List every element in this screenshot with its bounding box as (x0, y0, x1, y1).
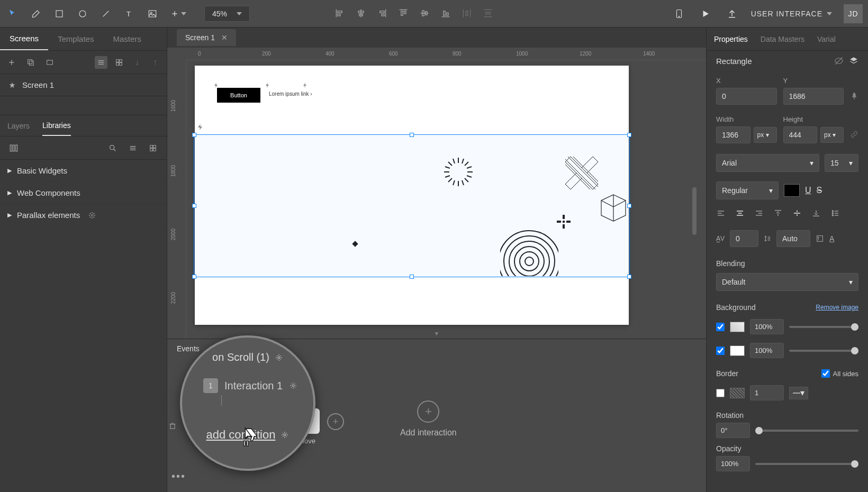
opacity-slider[interactable] (755, 463, 858, 465)
duplicate-icon[interactable] (24, 56, 37, 69)
pointer-tool[interactable] (5, 6, 20, 21)
rect-tool[interactable] (52, 6, 67, 21)
text-box-icon[interactable] (816, 234, 824, 243)
blend-mode-select[interactable]: Default▾ (716, 273, 858, 291)
vertical-scrollbar[interactable] (692, 187, 697, 235)
device-icon[interactable] (672, 6, 686, 21)
link-icon[interactable] (850, 130, 858, 139)
add-action-button[interactable]: + (327, 413, 344, 430)
align-text-left-icon[interactable] (716, 209, 729, 220)
align-right-icon[interactable] (377, 8, 388, 20)
border-width-input[interactable] (750, 385, 784, 400)
x-input[interactable] (716, 88, 777, 105)
grid-view-icon[interactable] (113, 56, 125, 69)
height-input[interactable] (783, 126, 818, 143)
height-unit[interactable]: px ▾ (820, 127, 844, 143)
line-height-input[interactable] (776, 230, 810, 247)
lib-parallax[interactable]: ▶Parallax elements (0, 204, 167, 226)
sub-tab-libraries[interactable]: Libraries (42, 116, 71, 136)
font-weight-select[interactable]: Regular▾ (716, 181, 779, 199)
add-interaction-button[interactable]: + Add interaction (400, 400, 457, 438)
valign-middle-icon[interactable] (792, 209, 805, 220)
pen-tool[interactable] (29, 6, 43, 21)
bg-image-slider[interactable] (789, 326, 858, 328)
align-middle-icon[interactable] (419, 8, 431, 20)
tab-templates[interactable]: Templates (48, 28, 103, 50)
width-input[interactable] (716, 126, 751, 143)
tab-data-masters[interactable]: Data Masters (761, 35, 804, 43)
line-tool[interactable] (98, 6, 113, 21)
align-text-right-icon[interactable] (754, 209, 767, 220)
valign-bottom-icon[interactable] (811, 209, 824, 220)
ellipse-tool[interactable] (75, 6, 90, 21)
align-left-icon[interactable] (334, 8, 346, 20)
font-size-select[interactable]: 15▾ (825, 154, 858, 172)
rotation-input[interactable] (716, 423, 750, 438)
upload-icon[interactable] (725, 6, 739, 21)
sort-down-icon[interactable]: ↓ (131, 56, 143, 69)
align-bottom-icon[interactable] (440, 8, 452, 20)
lib-basic-widgets[interactable]: ▶Basic Widgets (0, 160, 167, 182)
add-tool[interactable] (168, 6, 188, 21)
bg-color-checkbox[interactable] (716, 347, 725, 355)
border-style-select[interactable]: ▾ (789, 387, 808, 399)
list-view-icon[interactable] (95, 56, 107, 69)
y-input[interactable] (783, 88, 844, 105)
distribute-v-icon[interactable] (483, 8, 494, 20)
bg-image-swatch[interactable] (730, 322, 745, 332)
letter-spacing-input[interactable] (730, 230, 758, 247)
image-tool[interactable] (145, 6, 160, 21)
border-color-swatch[interactable] (730, 388, 745, 398)
user-avatar[interactable]: JD (844, 4, 863, 23)
interaction-item[interactable]: 1 Interaction 1 (203, 378, 300, 393)
add-screen-icon[interactable] (5, 56, 18, 69)
project-name-dropdown[interactable]: USER INTERFACE (751, 10, 832, 18)
border-checkbox[interactable] (716, 389, 725, 397)
text-color-swatch[interactable] (784, 184, 800, 197)
close-tab-icon[interactable]: ✕ (221, 33, 228, 42)
align-text-center-icon[interactable] (735, 209, 748, 220)
all-sides-checkbox[interactable] (821, 369, 830, 378)
sort-up-icon[interactable]: ↑ (149, 56, 161, 69)
underline-button[interactable]: U (805, 186, 811, 195)
bg-color-slider[interactable] (789, 350, 858, 352)
lib-web-components[interactable]: ▶Web Components (0, 182, 167, 204)
visibility-icon[interactable] (834, 56, 844, 66)
canvas[interactable]: Button Lorem ipsum link › (186, 60, 699, 333)
strikethrough-button[interactable]: S (817, 186, 822, 195)
screen-item[interactable]: Screen 1 (0, 74, 167, 96)
text-tool[interactable]: T (122, 6, 137, 21)
opacity-input[interactable] (716, 456, 750, 471)
list-bullets-icon[interactable] (830, 209, 843, 220)
width-unit[interactable]: px ▾ (754, 127, 777, 143)
sub-tab-layers[interactable]: Layers (7, 116, 30, 135)
zoom-select[interactable]: 45% (204, 6, 250, 22)
remove-image-link[interactable]: Remove image (816, 304, 858, 311)
collapse-panel-icon[interactable]: ▼ (434, 331, 439, 336)
valign-top-icon[interactable] (773, 209, 786, 220)
more-menu-icon[interactable]: ••• (171, 470, 186, 482)
list-view-icon[interactable] (126, 142, 139, 154)
layers-icon[interactable] (849, 56, 858, 66)
bg-image-opacity[interactable] (750, 319, 784, 334)
folder-icon[interactable] (43, 56, 56, 69)
align-center-h-icon[interactable] (356, 8, 367, 20)
play-icon[interactable] (698, 6, 713, 21)
tab-screens[interactable]: Screens (0, 28, 48, 50)
rotation-slider[interactable] (755, 430, 858, 432)
tab-masters[interactable]: Masters (103, 28, 150, 50)
text-color-icon[interactable]: A (829, 234, 834, 243)
bg-color-opacity[interactable] (750, 343, 784, 358)
distribute-h-icon[interactable] (462, 8, 473, 20)
screen-tab[interactable]: Screen 1 ✕ (177, 29, 236, 46)
search-icon[interactable] (106, 142, 119, 154)
bg-color-swatch[interactable] (730, 345, 745, 356)
grid-view-icon[interactable] (147, 142, 159, 154)
align-top-icon[interactable] (398, 8, 410, 20)
tab-variables[interactable]: Varial (817, 35, 836, 43)
tab-properties[interactable]: Properties (714, 35, 748, 43)
bg-image-checkbox[interactable] (716, 323, 725, 331)
trash-icon[interactable] (168, 422, 177, 430)
font-family-select[interactable]: Arial▾ (716, 154, 819, 172)
library-manage-icon[interactable] (7, 142, 20, 154)
